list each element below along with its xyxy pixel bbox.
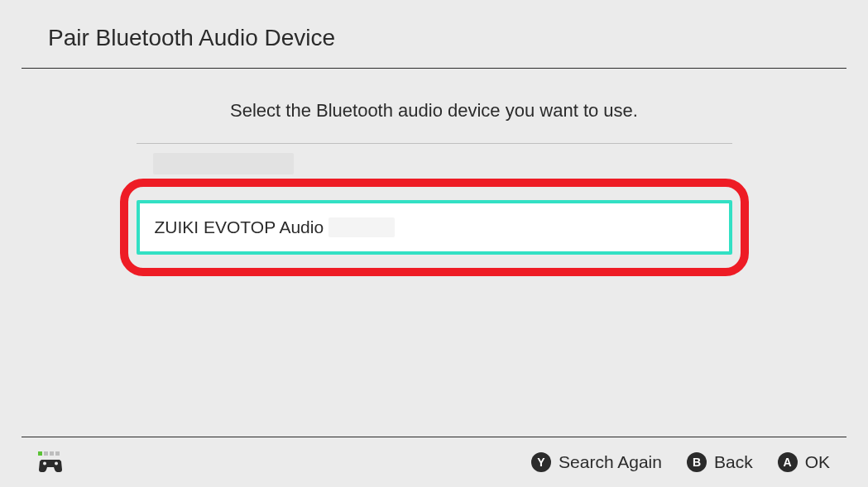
header-divider (22, 68, 846, 69)
back-action[interactable]: B Back (687, 452, 753, 472)
b-button-icon: B (687, 452, 707, 472)
device-name: ZUIKI EVOTOP Audio (155, 217, 324, 237)
svg-point-1 (55, 462, 58, 466)
y-button-icon: Y (531, 452, 551, 472)
device-row-selected[interactable]: ZUIKI EVOTOP Audio (137, 200, 732, 255)
page-title: Pair Bluetooth Audio Device (48, 25, 868, 51)
search-again-label: Search Again (559, 452, 662, 472)
ok-label: OK (805, 452, 830, 472)
controller-shape-icon (38, 458, 63, 473)
main-content: Select the Bluetooth audio device you wa… (0, 100, 868, 276)
controller-icon (38, 451, 63, 473)
controller-status-dots (38, 451, 60, 456)
device-name-mask (328, 217, 395, 237)
footer-actions: Y Search Again B Back A OK (531, 452, 830, 472)
ok-action[interactable]: A OK (778, 452, 830, 472)
footer-content: Y Search Again B Back A OK (0, 437, 868, 487)
a-button-icon: A (778, 452, 798, 472)
placeholder-block (153, 153, 294, 174)
footer: Y Search Again B Back A OK (0, 437, 868, 487)
back-label: Back (714, 452, 753, 472)
search-again-action[interactable]: Y Search Again (531, 452, 662, 472)
header: Pair Bluetooth Audio Device (0, 0, 868, 68)
device-row-placeholder[interactable] (137, 144, 732, 184)
annotation-highlight: ZUIKI EVOTOP Audio (120, 179, 749, 276)
svg-point-0 (43, 462, 46, 466)
instruction-text: Select the Bluetooth audio device you wa… (0, 100, 868, 122)
device-list: ZUIKI EVOTOP Audio (137, 143, 732, 276)
